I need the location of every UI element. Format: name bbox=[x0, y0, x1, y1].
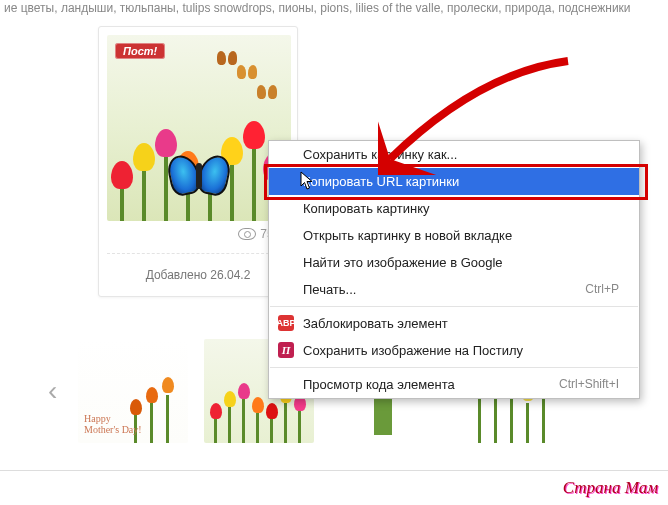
butterfly-icon bbox=[169, 155, 229, 199]
greeting-text: HappyMother's Day! bbox=[84, 413, 142, 435]
cm-item-google-search[interactable]: Найти это изображение в Google bbox=[269, 249, 639, 276]
context-menu: Сохранить картинку как... Копировать URL… bbox=[268, 140, 640, 399]
cm-item-open-new-tab[interactable]: Открыть картинку в новой вкладке bbox=[269, 222, 639, 249]
butterfly-small-icon bbox=[217, 51, 237, 67]
footer-separator bbox=[0, 470, 668, 471]
butterfly-small-icon bbox=[237, 65, 257, 81]
eye-icon bbox=[238, 228, 256, 240]
tag-line: ие цветы, ландыши, тюльпаны, tulips snow… bbox=[0, 0, 668, 21]
postila-icon: П bbox=[278, 342, 294, 358]
menu-separator bbox=[270, 367, 638, 368]
card-image[interactable]: Пост! bbox=[107, 35, 291, 221]
cm-item-copy-url[interactable]: Копировать URL картинки bbox=[269, 168, 639, 195]
butterfly-small-icon bbox=[257, 85, 277, 101]
thumbnail[interactable]: HappyMother's Day! bbox=[78, 339, 188, 443]
post-badge: Пост! bbox=[115, 43, 165, 59]
card-date: Добавлено 26.04.2 bbox=[107, 253, 289, 288]
cm-item-copy-image[interactable]: Копировать картинку bbox=[269, 195, 639, 222]
cm-item-print[interactable]: Печать... Ctrl+P bbox=[269, 276, 639, 303]
abp-icon: ABP bbox=[278, 315, 294, 331]
cm-item-postila-save[interactable]: П Сохранить изображение на Постилу bbox=[269, 337, 639, 364]
prev-thumb-button[interactable]: ‹ bbox=[48, 375, 62, 407]
cm-item-abp-block[interactable]: ABP Заблокировать элемент bbox=[269, 310, 639, 337]
menu-separator bbox=[270, 306, 638, 307]
site-brand: Страна Мам bbox=[563, 478, 658, 498]
cm-item-inspect[interactable]: Просмотр кода элемента Ctrl+Shift+I bbox=[269, 371, 639, 398]
cm-item-save-as[interactable]: Сохранить картинку как... bbox=[269, 141, 639, 168]
card-meta: 7510 bbox=[107, 221, 289, 243]
